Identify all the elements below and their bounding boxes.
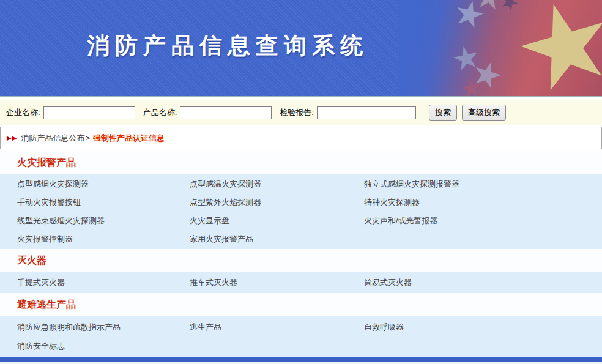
inspection-report-field-group: 检验报告: [280,106,416,119]
page-banner: 消防产品信息查询系统 [0,0,602,96]
product-link[interactable]: 线型光束感烟火灾探测器 [17,215,105,226]
breadcrumb-current: 强制性产品认证信息 [93,133,165,144]
product-link[interactable]: 火灾显示盘 [190,215,229,226]
section-heading: 火灾报警产品 [17,157,76,169]
product-link[interactable]: 独立式感烟火灾探测报警器 [364,179,459,190]
product-link[interactable]: 推车式灭火器 [190,277,237,288]
inspection-report-label: 检验报告: [280,107,314,118]
product-name-label: 产品名称: [143,107,177,118]
product-link[interactable]: 火灾声和/或光警报器 [364,215,438,226]
inspection-report-input[interactable] [317,106,416,119]
product-link-row: 线型光束感烟火灾探测器火灾显示盘火灾声和/或光警报器 [0,212,602,230]
product-link-row: 消防安全标志 [0,336,602,355]
product-link-row: 消防应急照明和疏散指示产品逃生产品自救呼吸器 [0,318,602,336]
breadcrumb-separator: > [85,133,90,143]
product-link[interactable]: 家用火灾报警产品 [190,234,253,245]
section-heading-band: 火灾报警产品 [0,151,602,174]
section-heading-band: 灭火器 [0,249,602,272]
product-link[interactable]: 消防安全标志 [17,341,65,352]
product-link[interactable]: 简易式灭火器 [364,277,412,288]
advanced-search-button[interactable]: 高级搜索 [462,105,506,121]
product-link[interactable]: 自救呼吸器 [364,322,404,333]
product-link[interactable]: 消防应急照明和疏散指示产品 [17,322,121,333]
section-heading: 灭火器 [17,254,46,267]
product-link[interactable]: 逃生产品 [190,322,221,333]
product-name-input[interactable] [180,106,272,119]
breadcrumb-arrows-icon: ▶▶ [7,135,17,141]
breadcrumb-root-link[interactable]: 消防产品信息公布 [21,133,84,144]
product-link-row: 手提式灭火器推车式灭火器简易式灭火器 [0,273,602,292]
product-link-row: 点型感烟火灾探测器点型感温火灾探测器独立式感烟火灾探测报警器 [0,175,602,193]
breadcrumb: ▶▶ 消防产品信息公布 > 强制性产品认证信息 [0,127,602,149]
section-heading-band: 避难逃生产品 [0,293,602,316]
product-link[interactable]: 点型紫外火焰探测器 [190,197,261,208]
product-link[interactable]: 手动火灾报警按钮 [17,197,81,208]
search-bar: 企业名称: 产品名称: 检验报告: 搜索 高级搜索 [0,100,602,125]
product-link[interactable]: 点型感烟火灾探测器 [17,179,89,190]
section-links-block: 手提式灭火器推车式灭火器简易式灭火器 [0,272,602,293]
page-title: 消防产品信息查询系统 [0,31,455,61]
product-name-field-group: 产品名称: [143,106,272,119]
product-link[interactable]: 火灾报警控制器 [17,234,73,245]
company-name-field-group: 企业名称: [6,106,135,119]
product-link[interactable]: 手提式灭火器 [17,277,65,288]
section-links-block: 消防应急照明和疏散指示产品逃生产品自救呼吸器消防安全标志 [0,316,602,357]
company-name-label: 企业名称: [6,107,40,118]
product-categories: 火灾报警产品点型感烟火灾探测器点型感温火灾探测器独立式感烟火灾探测报警器手动火灾… [0,151,602,357]
product-link[interactable]: 点型感温火灾探测器 [190,179,261,190]
company-name-input[interactable] [43,106,135,119]
product-link-row: 手动火灾报警按钮点型紫外火焰探测器特种火灾探测器 [0,193,602,212]
section-links-block: 点型感烟火灾探测器点型感温火灾探测器独立式感烟火灾探测报警器手动火灾报警按钮点型… [0,174,602,249]
footer-bar [0,357,602,362]
product-link[interactable]: 特种火灾探测器 [364,197,420,208]
product-link-row: 火灾报警控制器家用火灾报警产品 [0,230,602,248]
section-heading: 避难逃生产品 [17,299,76,311]
search-button[interactable]: 搜索 [429,105,457,121]
